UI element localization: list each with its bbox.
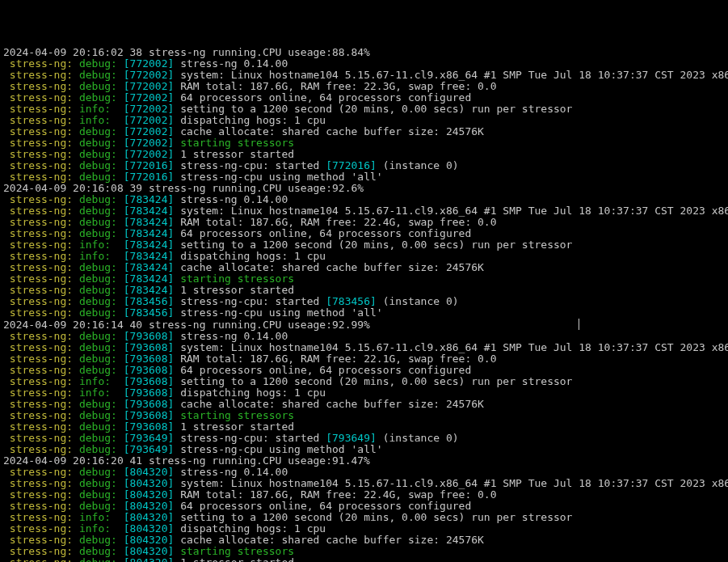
version-text: stress-ng 0.14.00	[180, 466, 288, 478]
debug-label: debug:	[79, 171, 117, 183]
stressng-prefix: stress-ng:	[10, 239, 73, 251]
pid-ref: [772016]	[124, 171, 175, 183]
pid-ref: [772016]	[124, 159, 175, 171]
debug-label: debug:	[79, 125, 117, 137]
info-label: info:	[79, 375, 111, 387]
terminal-line: stress-ng: debug: [793649] stress-ng-cpu…	[3, 433, 725, 444]
pid-ref: [772002]	[124, 69, 175, 81]
terminal-line: stress-ng: debug: [804320] system: Linux…	[3, 478, 725, 489]
stressng-prefix: stress-ng:	[10, 545, 73, 557]
info-label: info:	[79, 511, 111, 523]
pid-ref: [783424]	[124, 273, 175, 285]
stressng-prefix: stress-ng:	[10, 353, 73, 365]
pid-ref: [783424]	[124, 216, 175, 228]
terminal-line: stress-ng: info: [772002] setting to a 1…	[3, 104, 725, 115]
system-text: system: Linux hostname104 5.15.67-11.cl9…	[180, 477, 728, 489]
terminal-line: stress-ng: debug: [793608] system: Linux…	[3, 342, 725, 353]
stressng-prefix: stress-ng:	[10, 534, 73, 546]
setting-text: setting to a 1200 second (20 mins, 0.00 …	[180, 103, 572, 115]
debug-label: debug:	[79, 205, 117, 217]
debug-label: debug:	[79, 295, 117, 307]
using-all-text: stress-ng-cpu using method 'all'	[180, 306, 382, 319]
cache-text: cache allocate: shared cache buffer size…	[180, 534, 484, 546]
pid-ref: [772002]	[124, 80, 175, 92]
terminal-line: stress-ng: info: [804320] setting to a 1…	[3, 512, 725, 523]
terminal-line: stress-ng: debug: [783424] cache allocat…	[3, 262, 725, 273]
terminal-line: stress-ng: debug: [783424] stress-ng 0.1…	[3, 194, 725, 205]
terminal-line: stress-ng: debug: [804320] cache allocat…	[3, 535, 725, 546]
pid-ref: [793608]	[124, 341, 175, 353]
ram-text: RAM total: 187.6G, RAM free: 22.1G, swap…	[180, 353, 496, 365]
terminal-line: stress-ng: debug: [772002] starting stre…	[3, 137, 725, 149]
debug-label: debug:	[79, 137, 117, 149]
pid-ref: [793608]	[124, 364, 175, 376]
info-label: info:	[79, 522, 111, 535]
stressng-prefix: stress-ng:	[10, 80, 73, 92]
pid-ref: [783456]	[124, 306, 175, 319]
pid-ref: [772002]	[124, 114, 175, 126]
stressng-prefix: stress-ng:	[10, 295, 73, 307]
debug-label: debug:	[79, 500, 117, 512]
stressng-prefix: stress-ng:	[10, 227, 73, 239]
terminal-line: stress-ng: debug: [783456] stress-ng-cpu…	[3, 307, 725, 319]
ram-text: RAM total: 187.6G, RAM free: 22.4G, swap…	[180, 488, 496, 501]
stressng-prefix: stress-ng:	[10, 273, 73, 285]
terminal-line: stress-ng: debug: [804320] starting stre…	[3, 546, 725, 557]
pid-ref: [772002]	[124, 125, 175, 137]
pid-ref: [804320]	[124, 466, 175, 478]
terminal-line: 2024-04-09 20:16:02 38 stress-ng running…	[3, 47, 725, 58]
stressng-prefix: stress-ng:	[10, 432, 73, 444]
procs-text: 64 processors online, 64 processors conf…	[180, 364, 471, 376]
terminal-line: stress-ng: debug: [783456] stress-ng-cpu…	[3, 296, 725, 307]
debug-label: debug:	[79, 364, 117, 376]
debug-label: debug:	[79, 80, 117, 92]
pid-ref: [772002]	[124, 103, 175, 115]
cache-text: cache allocate: shared cache buffer size…	[180, 398, 484, 410]
info-label: info:	[79, 250, 111, 262]
one-started-text: 1 stressor started	[180, 556, 294, 562]
pid-ref: [793608]	[124, 353, 175, 365]
using-all-text: stress-ng-cpu using method 'all'	[180, 443, 382, 455]
stressng-prefix: stress-ng:	[10, 420, 73, 433]
stressng-prefix: stress-ng:	[10, 193, 73, 205]
pid-ref: [804320]	[124, 500, 175, 512]
stressng-prefix: stress-ng:	[10, 364, 73, 376]
terminal-line: stress-ng: debug: [804320] RAM total: 18…	[3, 489, 725, 501]
pid-ref: [793649]	[326, 432, 377, 444]
pid-ref: [793608]	[124, 398, 175, 410]
terminal-line: stress-ng: debug: [793608] 64 processors…	[3, 365, 725, 376]
stressng-prefix: stress-ng:	[10, 387, 73, 399]
starting-text: starting stressors	[180, 409, 294, 421]
stressng-prefix: stress-ng:	[10, 488, 73, 501]
setting-text: setting to a 1200 second (20 mins, 0.00 …	[180, 239, 572, 251]
system-text: system: Linux hostname104 5.15.67-11.cl9…	[180, 69, 728, 81]
terminal-line: stress-ng: debug: [772002] cache allocat…	[3, 126, 725, 137]
pid-ref: [783424]	[124, 239, 175, 251]
terminal-line: stress-ng: debug: [772002] RAM total: 18…	[3, 81, 725, 92]
debug-label: debug:	[79, 91, 117, 104]
cache-text: cache allocate: shared cache buffer size…	[180, 261, 484, 273]
pid-ref: [804320]	[124, 477, 175, 489]
stressng-prefix: stress-ng:	[10, 330, 73, 342]
debug-label: debug:	[79, 57, 117, 70]
info-label: info:	[79, 239, 111, 251]
terminal-line: stress-ng: debug: [804320] stress-ng 0.1…	[3, 467, 725, 478]
debug-label: debug:	[79, 545, 117, 557]
terminal-output: 2024-04-09 20:16:02 38 stress-ng running…	[3, 47, 725, 562]
terminal-line: stress-ng: info: [793608] setting to a 1…	[3, 376, 725, 387]
terminal-line: stress-ng: debug: [793608] stress-ng 0.1…	[3, 331, 725, 342]
debug-label: debug:	[79, 273, 117, 285]
dispatch-text: dispatching hogs: 1 cpu	[180, 522, 326, 535]
terminal-line: stress-ng: debug: [793608] cache allocat…	[3, 399, 725, 410]
pid-ref: [783424]	[124, 227, 175, 239]
info-label: info:	[79, 387, 111, 399]
pid-ref: [804320]	[124, 556, 175, 562]
stressng-prefix: stress-ng:	[10, 375, 73, 387]
terminal-line: stress-ng: info: [783424] setting to a 1…	[3, 239, 725, 251]
terminal-line: stress-ng: debug: [772016] stress-ng-cpu…	[3, 171, 725, 183]
stressng-prefix: stress-ng:	[10, 409, 73, 421]
debug-label: debug:	[79, 534, 117, 546]
version-text: stress-ng 0.14.00	[180, 330, 288, 342]
stressng-prefix: stress-ng:	[10, 284, 73, 296]
stressng-prefix: stress-ng:	[10, 522, 73, 535]
